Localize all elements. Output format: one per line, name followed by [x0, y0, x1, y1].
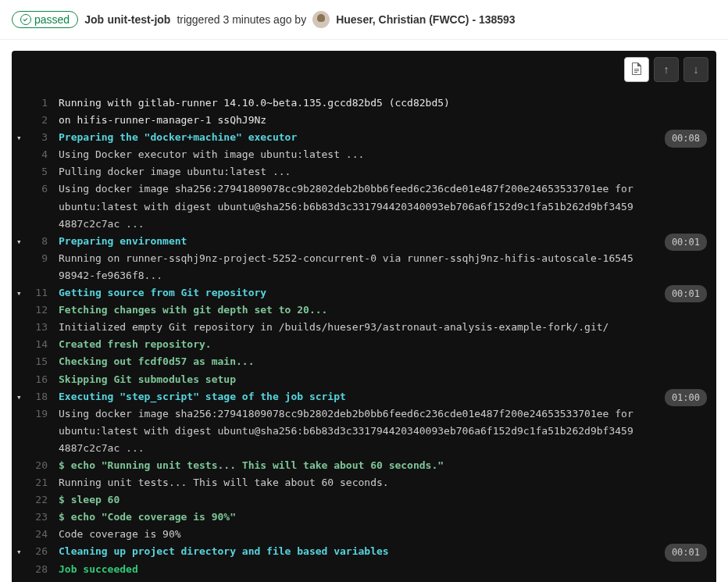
line-content: Fetching changes with git depth set to 2… [59, 302, 716, 319]
line-number[interactable]: 4 [12, 146, 59, 163]
duration-badge: 01:00 [665, 389, 707, 406]
log-line: 28Job succeeded [12, 561, 716, 578]
log-line: 19Using docker image sha256:27941809078c… [12, 405, 716, 457]
chevron-down-icon[interactable]: ▾ [16, 235, 22, 250]
log-line: 9Running on runner-ssqhj9nz-project-5252… [12, 250, 716, 284]
line-content: Running with gitlab-runner 14.10.0~beta.… [59, 95, 716, 112]
log-line: 4Using Docker executor with image ubuntu… [12, 146, 716, 163]
log-line: 21Running unit tests... This will take a… [12, 474, 716, 491]
raw-log-button[interactable] [624, 57, 649, 82]
chevron-down-icon[interactable]: ▾ [16, 545, 22, 560]
line-content: on hifis-runner-manager-1 ssQhJ9Nz [59, 112, 716, 129]
log-line: 16Skipping Git submodules setup [12, 371, 716, 388]
avatar[interactable] [312, 11, 330, 28]
line-content: Pulling docker image ubuntu:latest ... [59, 163, 716, 180]
line-number[interactable]: 20 [12, 457, 59, 474]
job-header: passed Job unit-test-job triggered 3 min… [0, 0, 728, 40]
line-content: Preparing environment [59, 233, 716, 250]
log-line: ▾26Cleaning up project directory and fil… [12, 543, 716, 560]
line-content: Using docker image sha256:27941809078cc9… [59, 180, 716, 232]
line-content: $ sleep 60 [59, 491, 716, 509]
log-line: 14Created fresh repository. [12, 336, 716, 353]
line-number[interactable]: 14 [12, 336, 59, 353]
scroll-top-button[interactable]: ↑ [654, 57, 679, 82]
line-content: $ echo "Running unit tests... This will … [59, 457, 716, 474]
chevron-down-icon[interactable]: ▾ [16, 391, 22, 405]
log-line: 5Pulling docker image ubuntu:latest ... [12, 163, 716, 180]
line-number[interactable]: 12 [12, 302, 59, 319]
line-number[interactable]: 22 [12, 491, 59, 509]
line-content: Executing "step_script" stage of the job… [59, 388, 716, 405]
log-line: ▾18Executing "step_script" stage of the … [12, 388, 716, 405]
line-content: Using Docker executor with image ubuntu:… [59, 146, 716, 163]
log-line: ▾8Preparing environment00:01 [12, 233, 716, 250]
line-content: Skipping Git submodules setup [59, 371, 716, 388]
arrow-up-icon: ↑ [664, 63, 669, 76]
line-content: Using docker image sha256:27941809078cc9… [59, 405, 716, 457]
log-line: 15Checking out fcdf0d57 as main... [12, 353, 716, 370]
duration-badge: 00:08 [665, 130, 707, 147]
line-number[interactable]: 2 [12, 112, 59, 129]
line-number[interactable]: 21 [12, 474, 59, 491]
log-line: 2 on hifis-runner-manager-1 ssQhJ9Nz [12, 112, 716, 129]
check-circle-icon [20, 14, 31, 25]
chevron-down-icon[interactable]: ▾ [16, 287, 22, 302]
line-number[interactable]: 9 [12, 250, 59, 284]
log-line: 24Code coverage is 90% [12, 526, 716, 543]
line-content: Created fresh repository. [59, 336, 716, 353]
line-content: Getting source from Git repository [59, 284, 716, 302]
log-line: 22$ sleep 60 [12, 491, 716, 509]
line-content: Job succeeded [59, 561, 716, 578]
duration-badge: 00:01 [665, 285, 707, 302]
line-content: Preparing the "docker+machine" executor [59, 129, 716, 146]
log-line: 6Using docker image sha256:27941809078cc… [12, 180, 716, 232]
job-label: Job unit-test-job [84, 12, 170, 27]
line-number[interactable]: 19 [12, 405, 59, 457]
line-number[interactable]: 6 [12, 180, 59, 232]
job-name[interactable]: unit-test-job [108, 13, 171, 26]
status-badge[interactable]: passed [12, 11, 78, 28]
document-icon [631, 62, 642, 77]
status-text: passed [34, 13, 70, 26]
arrow-down-icon: ↓ [694, 63, 699, 76]
line-number[interactable]: 13 [12, 319, 59, 336]
line-content: Cleaning up project directory and file b… [59, 543, 716, 560]
line-content: $ echo "Code coverage is 90%" [59, 509, 716, 526]
line-number[interactable]: 5 [12, 163, 59, 180]
line-number[interactable]: 16 [12, 371, 59, 388]
log-line: 13Initialized empty Git repository in /b… [12, 319, 716, 336]
job-prefix: Job [84, 13, 104, 26]
line-content: Running on runner-ssqhj9nz-project-5252-… [59, 250, 716, 284]
log-wrapper: ↑ ↓ 1Running with gitlab-runner 14.10.0~… [12, 51, 716, 582]
log-line: ▾11Getting source from Git repository00:… [12, 284, 716, 302]
log-line: 12Fetching changes with git depth set to… [12, 302, 716, 319]
line-content: Initialized empty Git repository in /bui… [59, 319, 716, 336]
duration-badge: 00:01 [665, 544, 707, 561]
log-line: 23$ echo "Code coverage is 90%" [12, 509, 716, 526]
log-line: 1Running with gitlab-runner 14.10.0~beta… [12, 95, 716, 112]
line-number[interactable]: 23 [12, 509, 59, 526]
scroll-bottom-button[interactable]: ↓ [683, 57, 708, 82]
line-number[interactable]: 28 [12, 561, 59, 578]
line-content: Checking out fcdf0d57 as main... [59, 353, 716, 370]
line-content: Code coverage is 90% [59, 526, 716, 543]
line-number[interactable]: 24 [12, 526, 59, 543]
line-number[interactable]: 15 [12, 353, 59, 370]
log-line: ▾3Preparing the "docker+machine" executo… [12, 129, 716, 146]
log-line: 20$ echo "Running unit tests... This wil… [12, 457, 716, 474]
log-panel[interactable]: 1Running with gitlab-runner 14.10.0~beta… [12, 88, 716, 582]
user-name[interactable]: Hueser, Christian (FWCC) - 138593 [336, 13, 516, 26]
line-content: Running unit tests... This will take abo… [59, 474, 716, 491]
line-number[interactable]: 1 [12, 95, 59, 112]
chevron-down-icon[interactable]: ▾ [16, 131, 22, 146]
triggered-text: triggered 3 minutes ago by [177, 13, 306, 26]
duration-badge: 00:01 [665, 234, 707, 251]
log-toolbar: ↑ ↓ [12, 51, 716, 88]
